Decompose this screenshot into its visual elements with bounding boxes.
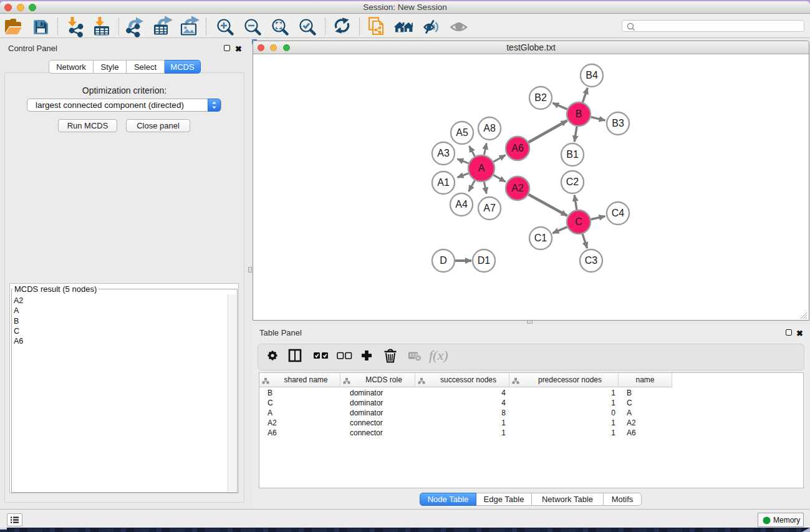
svg-text:C: C bbox=[575, 216, 582, 227]
svg-text:A6: A6 bbox=[511, 143, 524, 153]
svg-text:B1: B1 bbox=[566, 149, 579, 160]
svg-text:C3: C3 bbox=[585, 255, 598, 266]
svg-text:A7: A7 bbox=[483, 203, 496, 213]
svg-text:A8: A8 bbox=[483, 123, 496, 133]
svg-text:C2: C2 bbox=[566, 177, 579, 187]
svg-text:D: D bbox=[440, 255, 447, 266]
svg-text:A: A bbox=[478, 163, 485, 173]
svg-text:A1: A1 bbox=[437, 177, 450, 188]
svg-text:B2: B2 bbox=[534, 92, 547, 103]
svg-text:A4: A4 bbox=[455, 199, 468, 210]
svg-text:A5: A5 bbox=[456, 127, 468, 138]
svg-text:B3: B3 bbox=[612, 118, 624, 128]
svg-text:A2: A2 bbox=[511, 183, 524, 193]
svg-text:C1: C1 bbox=[534, 233, 547, 243]
svg-text:A3: A3 bbox=[437, 148, 450, 158]
svg-text:B4: B4 bbox=[586, 70, 598, 80]
svg-text:C4: C4 bbox=[612, 208, 625, 218]
svg-text:f(x): f(x) bbox=[429, 347, 448, 363]
svg-text:D1: D1 bbox=[478, 255, 491, 266]
svg-text:B: B bbox=[576, 109, 582, 119]
